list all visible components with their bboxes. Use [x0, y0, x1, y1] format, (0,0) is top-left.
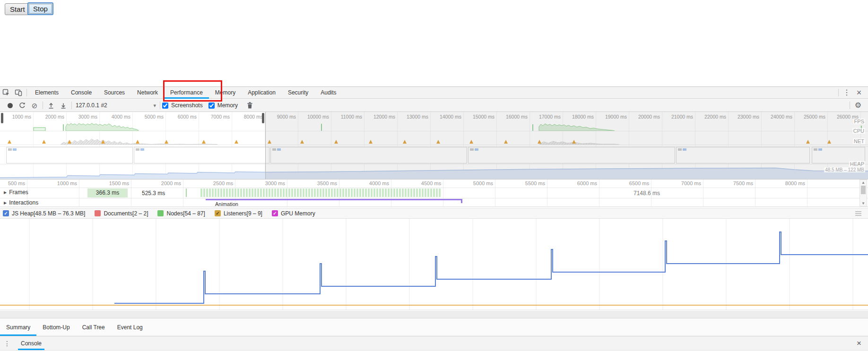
timeline-tick-label: 1000 ms: [39, 180, 77, 186]
detail-tab-call-tree[interactable]: Call Tree: [76, 318, 111, 336]
counter-listeners[interactable]: ✓Listeners[9 – 9]: [215, 210, 262, 217]
settings-gear-icon[interactable]: ⚙: [852, 100, 864, 111]
counter-nodes[interactable]: Nodes[54 – 87]: [157, 210, 205, 217]
tab-security[interactable]: Security: [282, 87, 314, 99]
counter-documents[interactable]: Documents[2 – 2]: [95, 210, 148, 217]
timeline-tick-label: 5500 ms: [507, 180, 545, 186]
long-task-triangle: [42, 140, 46, 144]
screenshots-checkbox[interactable]: [162, 103, 168, 109]
device-toolbar-icon[interactable]: [12, 87, 25, 98]
timeline-gridline: [599, 180, 599, 206]
overview-unselected-region[interactable]: [265, 112, 868, 180]
divider: [850, 102, 850, 109]
record-button[interactable]: [4, 100, 16, 111]
tab-network[interactable]: Network: [131, 87, 164, 99]
memory-toggle[interactable]: Memory: [208, 102, 238, 109]
console-drawer: ⋮ Console ×: [0, 336, 868, 350]
tab-application[interactable]: Application: [242, 87, 282, 99]
counter-checkbox[interactable]: [157, 210, 164, 216]
counter-label: Documents[2 – 2]: [104, 210, 148, 217]
tab-sources[interactable]: Sources: [98, 87, 131, 99]
detail-tab-summary[interactable]: Summary: [0, 318, 36, 336]
frame-duration-badge[interactable]: 366.3 ms: [87, 188, 128, 197]
scrollbar-thumb[interactable]: [861, 186, 866, 194]
counter-gpu-memory[interactable]: ✓GPU Memory: [272, 210, 315, 217]
memory-counter-chart[interactable]: [0, 219, 868, 310]
scroll-down-icon[interactable]: ▼: [860, 201, 867, 205]
tab-audits[interactable]: Audits: [314, 87, 342, 99]
chevron-down-icon: ▾: [153, 103, 156, 108]
detail-tab-bottom-up[interactable]: Bottom-Up: [36, 318, 76, 336]
hamburger-menu-icon[interactable]: [855, 211, 861, 216]
devtools-tabbar: ElementsConsoleSourcesNetworkPerformance…: [0, 86, 868, 99]
screenshot-thumbnail[interactable]: [6, 147, 133, 163]
pane-resizer-strip[interactable]: [0, 311, 868, 318]
selection-handle-right[interactable]: [262, 113, 264, 123]
reload-and-profile-button[interactable]: [16, 100, 28, 111]
timeline-tick-label: 7500 ms: [715, 180, 753, 186]
inspect-element-icon[interactable]: [0, 87, 12, 98]
history-select[interactable]: 127.0.0.1 #2 ▾: [74, 101, 158, 110]
save-profile-button[interactable]: [57, 100, 69, 111]
load-profile-button[interactable]: [45, 100, 57, 111]
counter-js-heap[interactable]: ✓JS Heap[48.5 MB – 76.3 MB]: [3, 210, 85, 217]
interactions-row-header[interactable]: ▶ Interactions: [4, 199, 38, 206]
devtools-close-icon[interactable]: ×: [853, 87, 865, 98]
devtools-menu-icon[interactable]: ⋮: [841, 87, 853, 98]
timeline-tick-label: 4000 ms: [351, 180, 389, 186]
timeline-gridline: [443, 180, 443, 206]
start-button[interactable]: Start: [5, 3, 30, 15]
screenshot-thumbnail[interactable]: [134, 147, 269, 163]
clear-recording-icon[interactable]: ⊘: [28, 100, 41, 111]
memory-label: Memory: [217, 102, 238, 109]
long-task-triangle: [202, 140, 206, 144]
drawer-menu-icon[interactable]: ⋮: [0, 336, 14, 350]
divider: [160, 102, 160, 109]
divider: [71, 102, 72, 109]
history-select-value: 127.0.0.1 #2: [76, 102, 153, 109]
timeline-tick-label: 3500 ms: [299, 180, 337, 186]
animation-label: Animation: [215, 201, 238, 207]
frame-duration-text: 525.3 ms: [142, 190, 165, 197]
timeline-flamechart-pane[interactable]: 500 ms1000 ms1500 ms2000 ms2500 ms3000 m…: [0, 180, 868, 208]
timeline-tick-label: 1500 ms: [91, 180, 129, 186]
vertical-scrollbar[interactable]: ▲ ▼: [859, 180, 867, 206]
tab-memory[interactable]: Memory: [209, 87, 242, 99]
scroll-up-icon[interactable]: ▲: [860, 180, 867, 185]
counter-checkbox[interactable]: ✓: [215, 210, 221, 216]
detail-tab-event-log[interactable]: Event Log: [111, 318, 149, 336]
thumb-stop-button: [140, 148, 144, 151]
drawer-close-icon[interactable]: ×: [857, 336, 861, 350]
timeline-gridline: [495, 180, 495, 206]
animation-interaction-bar[interactable]: [206, 199, 462, 200]
timeline-tick-label: 3000 ms: [247, 180, 285, 186]
counter-checkbox[interactable]: ✓: [3, 210, 9, 216]
detail-tabs: SummaryBottom-UpCall TreeEvent Log: [0, 318, 868, 336]
timeline-overview[interactable]: 1000 ms2000 ms3000 ms4000 ms5000 ms6000 …: [0, 112, 868, 180]
drawer-tab-console[interactable]: Console: [18, 336, 44, 350]
tab-performance[interactable]: Performance: [164, 87, 209, 99]
frames-row-header[interactable]: ▶ Frames: [4, 189, 28, 196]
divider: [838, 89, 839, 96]
divider: [43, 102, 43, 109]
tab-elements[interactable]: Elements: [29, 87, 65, 99]
disclosure-triangle-icon: ▶: [4, 201, 7, 205]
tab-console[interactable]: Console: [65, 87, 98, 99]
row-divider: [0, 206, 868, 207]
divider: [26, 89, 27, 96]
timeline-gridline: [131, 180, 131, 206]
selection-handle-left[interactable]: [1, 113, 3, 123]
screenshots-toggle[interactable]: Screenshots: [162, 102, 203, 109]
timeline-tick-label: 4500 ms: [403, 180, 441, 186]
cpu-track-label: CPU: [852, 128, 865, 134]
counter-checkbox[interactable]: [95, 210, 101, 216]
row-divider: [0, 188, 868, 188]
counter-checkbox[interactable]: ✓: [272, 210, 278, 216]
garbage-collect-icon[interactable]: [243, 100, 256, 111]
stop-button[interactable]: Stop: [27, 2, 53, 15]
timeline-gridline: [755, 180, 755, 206]
long-task-triangle: [101, 140, 105, 144]
frames-strip[interactable]: [200, 188, 441, 197]
long-task-triangle: [165, 140, 168, 144]
memory-checkbox[interactable]: [208, 103, 215, 109]
